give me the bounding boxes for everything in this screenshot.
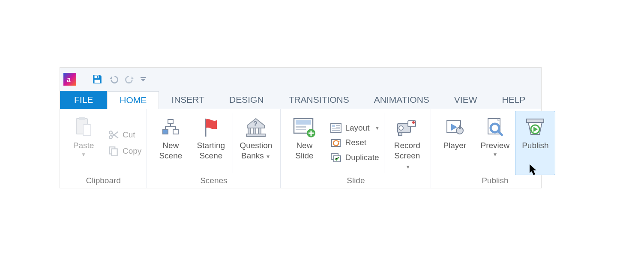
- svg-point-37: [412, 121, 415, 124]
- svg-rect-27: [332, 125, 335, 127]
- svg-rect-1: [95, 75, 99, 78]
- player-label: Player: [443, 140, 466, 151]
- svg-point-38: [399, 126, 403, 130]
- publish-button[interactable]: Publish: [515, 111, 555, 175]
- group-publish: Player Preview ▼ Publish Publish: [431, 109, 559, 188]
- new-slide-button[interactable]: New Slide: [284, 111, 324, 175]
- group-clipboard-label: Clipboard: [60, 175, 147, 188]
- duplicate-icon: [330, 152, 341, 163]
- svg-rect-23: [296, 126, 306, 128]
- org-chart-icon: [160, 114, 181, 140]
- reset-icon: [330, 138, 341, 147]
- tab-transitions[interactable]: TRANSITIONS: [276, 91, 362, 109]
- copy-button[interactable]: Copy: [106, 145, 143, 158]
- question-banks-label: Question Banks▼: [240, 140, 272, 161]
- svg-rect-28: [336, 125, 340, 126]
- reset-button[interactable]: Reset: [329, 137, 381, 148]
- scissors-icon: [108, 129, 119, 140]
- save-button[interactable]: [89, 71, 105, 87]
- svg-rect-6: [79, 117, 85, 120]
- svg-rect-16: [248, 128, 251, 134]
- paste-label: Paste: [73, 140, 94, 151]
- chevron-down-icon: ▼: [81, 152, 86, 158]
- quick-access-toolbar: a: [60, 68, 541, 91]
- new-slide-icon: [292, 114, 316, 140]
- bank-icon: ?: [245, 114, 267, 140]
- tab-help[interactable]: HELP: [490, 91, 538, 109]
- flag-icon: [201, 114, 221, 140]
- layout-label: Layout: [345, 123, 369, 133]
- tab-animations[interactable]: ANIMATIONS: [362, 91, 442, 109]
- group-slide-label: Slide: [281, 175, 431, 188]
- app-logo-icon: a: [63, 73, 76, 86]
- group-slide: New Slide Layout ▼ Reset Duplicate: [281, 109, 431, 188]
- record-screen-button[interactable]: Record Screen ▼: [387, 111, 427, 175]
- svg-text:?: ?: [253, 120, 258, 128]
- svg-rect-4: [141, 77, 146, 78]
- duplicate-label: Duplicate: [345, 153, 379, 162]
- undo-button[interactable]: [105, 71, 122, 87]
- svg-rect-39: [398, 133, 402, 135]
- chevron-down-icon: ▼: [266, 154, 271, 160]
- qat-customize-button[interactable]: [138, 71, 148, 87]
- svg-rect-22: [296, 120, 311, 125]
- new-slide-label: New Slide: [295, 140, 313, 161]
- new-scene-label: New Scene: [159, 140, 182, 161]
- svg-rect-18: [258, 128, 261, 134]
- svg-rect-3: [97, 76, 98, 77]
- duplicate-button[interactable]: Duplicate: [329, 152, 381, 164]
- svg-rect-7: [83, 125, 91, 136]
- svg-rect-2: [95, 80, 100, 83]
- tab-file[interactable]: FILE: [60, 91, 107, 109]
- svg-rect-11: [112, 149, 117, 156]
- svg-rect-42: [459, 125, 461, 129]
- tab-design[interactable]: DESIGN: [217, 91, 276, 109]
- publish-label: Publish: [522, 140, 548, 151]
- redo-button[interactable]: [122, 71, 138, 87]
- svg-rect-24: [296, 129, 306, 130]
- cut-label: Cut: [123, 130, 135, 140]
- layout-icon: [330, 123, 341, 133]
- svg-rect-19: [246, 134, 265, 137]
- app-window: a FILE HOME INSERT DESIGN TRANSITIONS AN…: [60, 67, 542, 188]
- tab-view[interactable]: VIEW: [442, 91, 490, 109]
- group-scenes: New Scene Starting Scene ? Question Bank…: [147, 109, 281, 188]
- svg-rect-14: [173, 130, 178, 134]
- ribbon-tabs: FILE HOME INSERT DESIGN TRANSITIONS ANIM…: [60, 91, 541, 109]
- svg-rect-46: [527, 119, 544, 122]
- group-clipboard: Paste ▼ Cut Copy: [60, 109, 147, 188]
- svg-rect-12: [168, 119, 173, 124]
- new-scene-button[interactable]: New Scene: [150, 111, 191, 175]
- player-icon: [444, 114, 465, 140]
- record-screen-label: Record Screen ▼: [392, 140, 422, 171]
- publish-icon: [524, 114, 546, 140]
- copy-icon: [108, 146, 119, 157]
- cut-button[interactable]: Cut: [106, 128, 143, 141]
- ribbon-content: Paste ▼ Cut Copy: [60, 109, 541, 188]
- svg-rect-31: [332, 130, 340, 131]
- group-scenes-label: Scenes: [147, 175, 280, 188]
- svg-rect-30: [332, 128, 340, 129]
- player-button[interactable]: Player: [434, 111, 475, 175]
- chevron-down-icon: ▼: [405, 164, 410, 170]
- svg-rect-17: [253, 128, 256, 134]
- paste-button[interactable]: Paste ▼: [63, 111, 104, 175]
- tab-home[interactable]: HOME: [107, 91, 159, 109]
- chevron-down-icon: ▼: [492, 152, 497, 158]
- question-banks-button[interactable]: ? Question Banks▼: [235, 111, 277, 175]
- svg-rect-29: [336, 127, 340, 128]
- svg-rect-13: [163, 130, 168, 134]
- group-publish-label: Publish: [431, 175, 559, 188]
- layout-button[interactable]: Layout ▼: [329, 122, 381, 134]
- reset-label: Reset: [345, 138, 366, 147]
- svg-line-45: [498, 131, 503, 136]
- starting-scene-button[interactable]: Starting Scene: [191, 111, 231, 175]
- preview-icon: [485, 114, 505, 140]
- tab-insert[interactable]: INSERT: [159, 91, 217, 109]
- chevron-down-icon: ▼: [374, 125, 380, 131]
- svg-text:a: a: [67, 75, 71, 83]
- camcorder-icon: [395, 114, 419, 140]
- copy-label: Copy: [123, 146, 141, 156]
- clipboard-icon: [74, 114, 93, 140]
- preview-button[interactable]: Preview ▼: [475, 111, 515, 175]
